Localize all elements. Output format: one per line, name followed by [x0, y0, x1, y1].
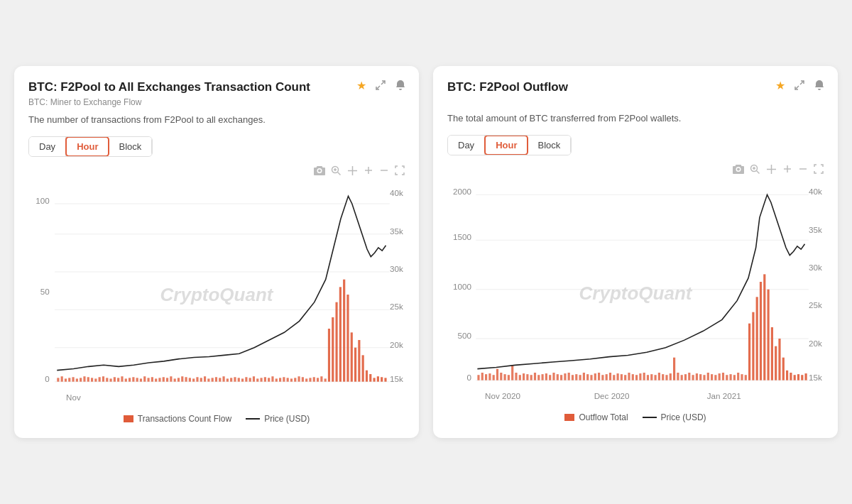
expand-button-2[interactable] — [792, 78, 807, 92]
svg-rect-39 — [102, 376, 104, 381]
svg-rect-187 — [635, 375, 638, 380]
time-btn-hour-1[interactable]: Hour — [65, 136, 109, 157]
svg-rect-33 — [80, 378, 82, 382]
plus-icon-2[interactable] — [782, 164, 792, 177]
legend-bar-label-2: Outflow Total — [579, 412, 628, 422]
svg-rect-151 — [500, 373, 502, 380]
svg-rect-85 — [275, 379, 278, 382]
svg-rect-194 — [662, 374, 664, 380]
svg-rect-205 — [703, 375, 705, 380]
svg-rect-69 — [215, 378, 217, 382]
svg-rect-30 — [68, 378, 70, 382]
svg-rect-162 — [542, 374, 544, 380]
svg-rect-157 — [523, 373, 525, 380]
svg-rect-113 — [381, 378, 383, 382]
time-btn-hour-2[interactable]: Hour — [484, 135, 528, 155]
svg-rect-146 — [481, 373, 484, 380]
svg-rect-90 — [294, 378, 296, 382]
legend-bar-1: Transactions Count Flow — [124, 414, 231, 424]
svg-rect-88 — [287, 378, 289, 382]
star-button-2[interactable]: ★ — [774, 77, 787, 94]
svg-text:40k: 40k — [390, 189, 403, 198]
time-btn-block-2[interactable]: Block — [528, 136, 571, 155]
camera-icon-2[interactable] — [733, 164, 744, 177]
svg-rect-225 — [778, 339, 780, 380]
svg-rect-200 — [684, 374, 687, 380]
time-btn-block-1[interactable]: Block — [109, 137, 152, 156]
minus-icon-1[interactable] — [379, 165, 389, 178]
svg-text:100: 100 — [36, 196, 50, 205]
svg-rect-204 — [699, 374, 701, 380]
svg-rect-163 — [545, 373, 547, 380]
crosshair-icon-1[interactable] — [347, 165, 358, 178]
svg-rect-170 — [572, 375, 574, 380]
svg-rect-156 — [519, 375, 521, 380]
card-2-actions: ★ — [774, 77, 826, 94]
svg-rect-51 — [147, 378, 149, 382]
minus-icon-2[interactable] — [798, 164, 808, 177]
star-button-1[interactable]: ★ — [355, 77, 368, 94]
line-icon-1 — [246, 418, 260, 420]
svg-rect-167 — [560, 375, 562, 380]
plus-icon-1[interactable] — [364, 165, 373, 178]
time-btn-day-2[interactable]: Day — [448, 136, 485, 155]
svg-rect-111 — [373, 378, 375, 382]
fullscreen-icon-1[interactable] — [395, 165, 405, 178]
bell-button-1[interactable] — [393, 78, 408, 92]
svg-rect-174 — [586, 374, 589, 380]
svg-rect-81 — [260, 378, 262, 382]
svg-rect-110 — [369, 374, 371, 382]
svg-text:30k: 30k — [809, 263, 822, 272]
svg-text:15k: 15k — [390, 374, 403, 383]
svg-rect-218 — [752, 312, 754, 380]
svg-rect-148 — [488, 373, 491, 380]
crosshair-icon-2[interactable] — [766, 164, 777, 177]
card-2-description: The total amount of BTC transferred from… — [447, 111, 824, 126]
fullscreen-icon-2[interactable] — [814, 164, 824, 177]
bar-icon-2 — [564, 414, 574, 421]
legend-bar-label-1: Transactions Count Flow — [138, 414, 231, 424]
svg-rect-203 — [696, 373, 698, 380]
svg-rect-37 — [94, 379, 97, 382]
svg-rect-171 — [575, 374, 577, 380]
svg-rect-149 — [493, 375, 495, 380]
svg-rect-97 — [320, 376, 322, 381]
svg-rect-93 — [305, 379, 307, 382]
svg-rect-165 — [552, 373, 555, 380]
svg-rect-100 — [332, 317, 334, 382]
svg-rect-50 — [143, 376, 146, 381]
svg-line-118 — [757, 171, 760, 174]
svg-rect-47 — [132, 378, 134, 382]
svg-rect-42 — [114, 378, 116, 382]
card-1: ★ BTC: F2Pool to All Exchanges Transacti… — [14, 66, 419, 439]
svg-rect-155 — [515, 373, 517, 380]
svg-rect-186 — [632, 374, 634, 380]
zoom-icon-1[interactable] — [331, 165, 342, 178]
time-btn-day-1[interactable]: Day — [29, 137, 66, 156]
svg-rect-59 — [178, 378, 180, 382]
card-1-chart: CryptoQuant 100 50 0 40k 35k 30k 25k 20k… — [28, 181, 405, 408]
bar-icon-1 — [124, 415, 133, 422]
card-1-svg: 100 50 0 40k 35k 30k 25k 20k 15k Nov — [28, 181, 405, 408]
legend-line-2: Price (USD) — [643, 412, 706, 422]
svg-rect-176 — [594, 373, 596, 380]
svg-text:20k: 20k — [390, 340, 403, 349]
camera-icon-1[interactable] — [314, 165, 325, 178]
bell-button-2[interactable] — [812, 78, 826, 92]
svg-text:35k: 35k — [390, 226, 403, 236]
line-icon-2 — [643, 417, 657, 418]
svg-rect-210 — [722, 373, 724, 380]
svg-rect-175 — [590, 375, 592, 380]
svg-rect-49 — [140, 379, 142, 382]
svg-rect-34 — [83, 376, 85, 381]
svg-rect-152 — [504, 374, 506, 380]
svg-text:20k: 20k — [809, 339, 822, 348]
zoom-icon-2[interactable] — [750, 164, 760, 177]
svg-rect-105 — [351, 333, 353, 382]
expand-button-1[interactable] — [373, 78, 388, 92]
svg-rect-94 — [309, 378, 311, 382]
svg-rect-183 — [621, 374, 623, 380]
card-1-toolbar — [28, 165, 405, 178]
svg-rect-189 — [643, 373, 645, 380]
svg-rect-40 — [106, 378, 108, 382]
